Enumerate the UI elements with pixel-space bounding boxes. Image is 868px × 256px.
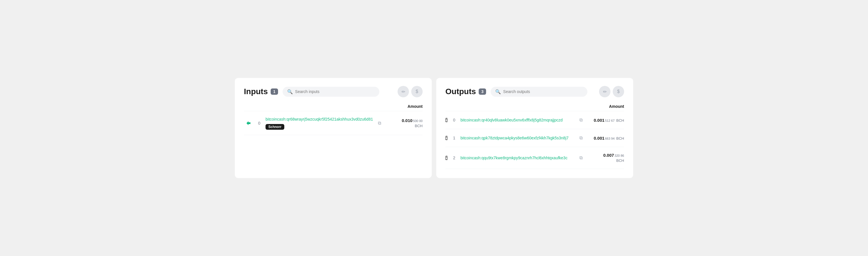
outputs-header-controls: ✏ $ (599, 86, 624, 97)
table-row: ₿ 2 bitcoincash:qqu9tx7kwe8rgmkpy9caznrh… (445, 147, 624, 169)
inputs-panel-header: Inputs 1 🔍 ✏ $ (244, 86, 423, 97)
inputs-header-controls: ✏ $ (398, 86, 423, 97)
output-amount-small-1: 663 94 (605, 136, 615, 141)
input-amount-cell: 0.010 500 00 BCH (385, 118, 423, 129)
output-copy-button-2[interactable]: ⧉ (578, 154, 584, 162)
output-row-address-0: bitcoincash:qr40qlv8luawk0eu5xnv6xfffx8j… (461, 117, 575, 123)
input-amount-currency: BCH (385, 123, 423, 129)
output-amount-cell-2: 0.007 320 86 BCH (587, 152, 624, 163)
output-copy-button-0[interactable]: ⧉ (578, 116, 584, 124)
output-row-address-1: bitcoincash:qpk78ztdpwca4pkys8e6w60exfzf… (461, 135, 575, 141)
outputs-count-badge: 3 (479, 89, 486, 95)
inputs-count-badge: 1 (271, 89, 278, 95)
table-row: 0 bitcoincash:qr68wrayrj5wzcuqkr5f25421a… (244, 111, 423, 135)
inputs-search-input[interactable] (295, 89, 375, 94)
output-amount-small-0: 512 67 (605, 119, 615, 123)
input-arrow-icon (244, 119, 253, 128)
input-copy-button[interactable]: ⧉ (377, 120, 382, 127)
output-amount-big-1: 0.001 (594, 135, 604, 141)
main-container: Inputs 1 🔍 ✏ $ Amount 0 bitcoin (235, 78, 633, 178)
outputs-table-header: Amount (445, 104, 624, 111)
outputs-search-bar: 🔍 (491, 87, 587, 97)
output-amount-big-0: 0.001 (594, 117, 604, 123)
input-schnorr-tag: Schnorr (266, 124, 284, 130)
outputs-title: Outputs 3 (445, 87, 486, 96)
outputs-search-icon: 🔍 (495, 89, 501, 94)
input-row-address: bitcoincash:qr68wrayrj5wzcuqkr5f25421aks… (266, 116, 373, 130)
input-row-index: 0 (256, 121, 262, 125)
inputs-panel: Inputs 1 🔍 ✏ $ Amount 0 bitcoin (235, 78, 432, 178)
inputs-title: Inputs 1 (244, 87, 278, 96)
inputs-dollar-button[interactable]: $ (411, 86, 423, 97)
output-amount-cell-1: 0.001 663 94 BCH (587, 135, 624, 141)
input-address-link[interactable]: bitcoincash:qr68wrayrj5wzcuqkr5f25421aks… (266, 117, 373, 122)
outputs-edit-button[interactable]: ✏ (599, 86, 611, 97)
outputs-amount-col-header: Amount (587, 104, 624, 109)
table-row: ₿ 1 bitcoincash:qpk78ztdpwca4pkys8e6w60e… (445, 129, 624, 147)
output-row-address-2: bitcoincash:qqu9tx7kwe8rgmkpy9caznrh7hcl… (461, 155, 575, 161)
output-address-link-0[interactable]: bitcoincash:qr40qlv8luawk0eu5xnv6xfffx8j… (461, 118, 563, 122)
output-amount-big-2: 0.007 (603, 152, 614, 158)
inputs-amount-col-header: Amount (385, 104, 423, 109)
outputs-panel-header: Outputs 3 🔍 ✏ $ (445, 86, 624, 97)
output-amount-currency-inline-1: BCH (616, 136, 624, 141)
input-amount-big: 0.010 (402, 118, 413, 123)
output-row-index-1: 1 (452, 136, 457, 140)
output-address-link-2[interactable]: bitcoincash:qqu9tx7kwe8rgmkpy9caznrh7hcl… (461, 156, 567, 160)
table-row: ₿ 0 bitcoincash:qr40qlv8luawk0eu5xnv6xff… (445, 111, 624, 129)
output-row-index-2: 2 (452, 156, 457, 160)
output-copy-button-1[interactable]: ⧉ (578, 134, 584, 142)
outputs-panel: Outputs 3 🔍 ✏ $ Amount ₿ 0 bitcoincash:q… (436, 78, 633, 178)
output-btc-icon-2: ₿ (445, 155, 448, 161)
outputs-search-input[interactable] (503, 89, 583, 94)
output-row-index-0: 0 (452, 118, 457, 122)
inputs-edit-button[interactable]: ✏ (398, 86, 409, 97)
output-btc-icon-0: ₿ (445, 117, 448, 123)
inputs-search-icon: 🔍 (287, 89, 293, 94)
outputs-dollar-button[interactable]: $ (613, 86, 624, 97)
output-amount-cell-0: 0.001 512 67 BCH (587, 117, 624, 123)
output-amount-small-2: 320 86 (614, 154, 624, 158)
output-btc-icon-1: ₿ (445, 135, 448, 141)
inputs-table-header: Amount (244, 104, 423, 111)
output-amount-currency-inline-0: BCH (616, 118, 624, 123)
output-amount-currency-2: BCH (587, 158, 624, 163)
output-address-link-1[interactable]: bitcoincash:qpk78ztdpwca4pkys8e6w60exfzf… (461, 136, 568, 140)
inputs-search-bar: 🔍 (283, 87, 379, 97)
input-amount-small: 500 00 (413, 119, 423, 123)
